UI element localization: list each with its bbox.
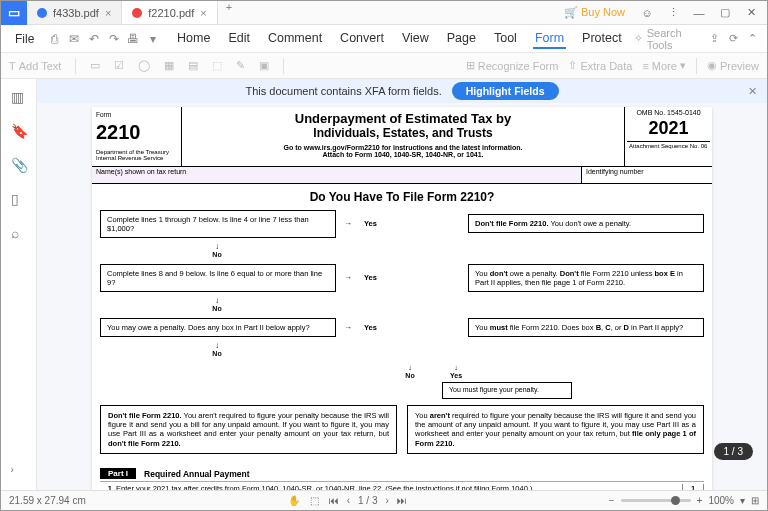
app-icon[interactable]: ▭	[1, 1, 27, 25]
document-area[interactable]: This document contains XFA form fields. …	[37, 79, 767, 490]
close-banner-icon[interactable]: ✕	[748, 85, 757, 98]
preview-button[interactable]: ◉ Preview	[707, 59, 759, 72]
close-icon[interactable]: ×	[200, 7, 206, 19]
form-tool-icon[interactable]: ▤	[188, 59, 198, 72]
menu-convert[interactable]: Convert	[338, 29, 386, 49]
tab-f2210[interactable]: f2210.pdf ×	[122, 1, 217, 24]
no-label: No	[132, 350, 302, 358]
zoom-in-button[interactable]: +	[697, 495, 703, 506]
menu-comment[interactable]: Comment	[266, 29, 324, 49]
must-figure-box: You must figure your penalty.	[442, 382, 572, 398]
yes-label: Yes	[360, 273, 381, 282]
form-tool-icon[interactable]: ⬚	[212, 59, 222, 72]
page-size: 21.59 x 27.94 cm	[9, 495, 86, 506]
zoom-slider[interactable]	[621, 499, 691, 502]
chevron-down-icon[interactable]: ▾	[145, 29, 161, 49]
arrow-down-icon: ↓	[442, 363, 470, 372]
save-icon[interactable]: ⎙	[46, 29, 62, 49]
close-icon[interactable]: ×	[105, 7, 111, 19]
arrow-down-icon: ↓	[132, 296, 302, 306]
kebab-icon[interactable]: ⋮	[661, 4, 685, 22]
last-page-button[interactable]: ⏭	[397, 495, 407, 506]
highlight-fields-button[interactable]: Highlight Fields	[452, 82, 559, 100]
recognize-form-button[interactable]: ⊞ Recognize Form	[466, 59, 559, 72]
more-button[interactable]: ≡ More ▾	[642, 59, 685, 72]
arrow-right-icon: →	[336, 273, 360, 283]
first-page-button[interactable]: ⏮	[329, 495, 339, 506]
redo-icon[interactable]: ↷	[106, 29, 122, 49]
tab-label: f2210.pdf	[148, 7, 194, 19]
print-icon[interactable]: 🖶	[125, 29, 141, 49]
menu-file[interactable]: File	[7, 32, 42, 46]
menu-edit[interactable]: Edit	[226, 29, 252, 49]
layers-icon[interactable]: ▯	[11, 191, 27, 207]
yes-label: Yes	[360, 323, 381, 332]
a2-box: You don't owe a penalty. Don't file Form…	[468, 264, 704, 292]
q1-box: Complete lines 1 through 7 below. Is lin…	[100, 210, 336, 238]
arrow-down-icon: ↓	[132, 341, 302, 351]
share-icon[interactable]: ⇪	[710, 32, 719, 45]
mail-icon[interactable]: ✉	[66, 29, 82, 49]
collapse-ribbon-icon[interactable]: ⌃	[748, 32, 757, 45]
zoom-level[interactable]: 100%	[708, 495, 734, 506]
form-title-1: Underpayment of Estimated Tax by	[188, 111, 618, 126]
page-number[interactable]: 1 / 3	[358, 495, 377, 506]
select-tool-icon[interactable]: ⬚	[310, 495, 319, 506]
prev-page-button[interactable]: ‹	[347, 495, 350, 506]
a3-box: You must file Form 2210. Does box B, C, …	[468, 318, 704, 337]
undo-icon[interactable]: ↶	[86, 29, 102, 49]
form-tool-icon[interactable]: ✎	[236, 59, 245, 72]
attachment-seq: Attachment Sequence No. 06	[627, 141, 710, 150]
fit-page-icon[interactable]: ⊞	[751, 495, 759, 506]
menu-view[interactable]: View	[400, 29, 431, 49]
menu-page[interactable]: Page	[445, 29, 478, 49]
menu-form[interactable]: Form	[533, 29, 566, 49]
q2-box: Complete lines 8 and 9 below. Is line 6 …	[100, 264, 336, 292]
attachment-icon[interactable]: 📎	[11, 157, 27, 173]
a1-box: Don't file Form 2210. You don't owe a pe…	[468, 214, 704, 233]
next-page-button[interactable]: ›	[385, 495, 388, 506]
collapse-sidebar-icon[interactable]: ›	[11, 464, 27, 480]
chevron-down-icon[interactable]: ▾	[740, 495, 745, 506]
pdf-icon	[132, 8, 142, 18]
form-tool-icon[interactable]: ☑	[114, 59, 124, 72]
add-text-button[interactable]: T Add Text	[9, 60, 61, 72]
final-right-box: You aren't required to figure your penal…	[407, 405, 704, 455]
yes-label: Yes	[442, 372, 470, 380]
menu-home[interactable]: Home	[175, 29, 212, 49]
search-tools[interactable]: ✧ Search Tools	[628, 27, 700, 51]
bookmark-icon[interactable]: 🔖	[11, 123, 27, 139]
page-indicator: 1 / 3	[714, 443, 753, 460]
tab-f433b[interactable]: f433b.pdf ×	[27, 1, 122, 24]
omb-number: OMB No. 1545-0140	[627, 109, 710, 116]
names-field[interactable]: Name(s) shown on tax return	[92, 167, 582, 183]
form-tool-icon[interactable]: ▦	[164, 59, 174, 72]
menu-tool[interactable]: Tool	[492, 29, 519, 49]
sidebar: ▥ 🔖 📎 ▯ ⌕ ›	[1, 79, 37, 490]
buy-now-link[interactable]: 🛒 Buy Now	[564, 6, 625, 19]
maximize-button[interactable]: ▢	[713, 4, 737, 22]
form-tool-icon[interactable]: ▭	[90, 59, 100, 72]
extra-data-button[interactable]: ⇧ Extra Data	[568, 59, 632, 72]
no-label: No	[132, 251, 302, 259]
final-left-box: Don't file Form 2210. You aren't require…	[100, 405, 397, 455]
form-tool-icon[interactable]: ◯	[138, 59, 150, 72]
minimize-button[interactable]: —	[687, 4, 711, 22]
menu-protect[interactable]: Protect	[580, 29, 624, 49]
form-tool-icon[interactable]: ▣	[259, 59, 269, 72]
thumbnails-icon[interactable]: ▥	[11, 89, 27, 105]
user-icon[interactable]: ☺	[635, 4, 659, 22]
id-field[interactable]: Identifying number	[582, 167, 712, 183]
status-bar: 21.59 x 27.94 cm ✋ ⬚ ⏮ ‹ 1 / 3 › ⏭ − + 1…	[1, 490, 767, 510]
tabs: f433b.pdf × f2210.pdf × +	[27, 1, 564, 24]
new-tab-button[interactable]: +	[218, 1, 240, 24]
cloud-icon[interactable]: ⟳	[729, 32, 738, 45]
pdf-icon	[37, 8, 47, 18]
hand-tool-icon[interactable]: ✋	[288, 495, 300, 506]
zoom-out-button[interactable]: −	[609, 495, 615, 506]
q3-box: You may owe a penalty. Does any box in P…	[100, 318, 336, 337]
form-attach: Attach to Form 1040, 1040-SR, 1040-NR, o…	[188, 151, 618, 158]
no-label: No	[396, 372, 424, 380]
close-button[interactable]: ✕	[739, 4, 763, 22]
search-icon[interactable]: ⌕	[11, 225, 27, 241]
